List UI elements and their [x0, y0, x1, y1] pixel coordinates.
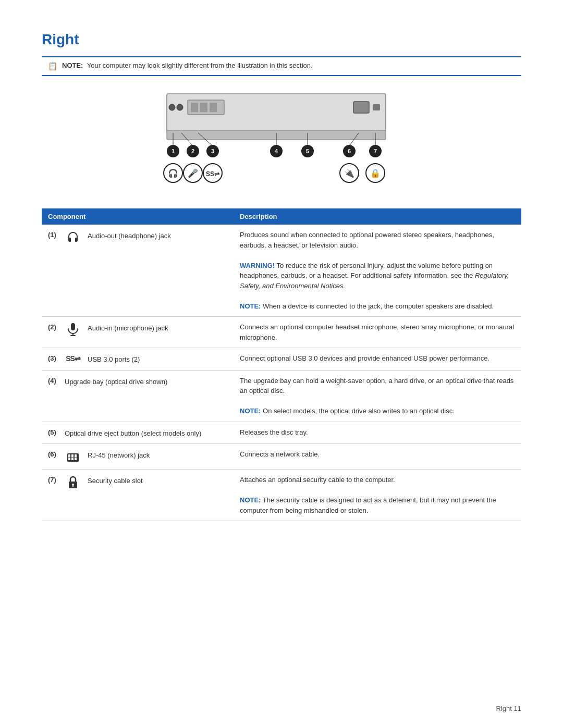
comp-num: (7) [48, 475, 58, 485]
component-cell: (3) SS⇌ USB 3.0 ports (2) [48, 353, 227, 365]
note-bell-icon: 📋 [48, 61, 58, 71]
comp-label: Audio-out (headphone) jack [88, 230, 171, 241]
usb-icon: SS⇌ [65, 353, 81, 364]
comp-num: (3) [48, 353, 58, 364]
svg-rect-42 [71, 323, 75, 330]
comp-num: (1) [48, 230, 58, 240]
page-footer: Right 11 [496, 705, 521, 712]
description-cell: Releases the disc tray. [234, 422, 521, 444]
comp-label: Upgrade bay (optical drive shown) [65, 376, 167, 387]
svg-rect-46 [68, 454, 70, 458]
table-row: (4) Upgrade bay (optical drive shown) Th… [42, 370, 521, 422]
comp-num: (6) [48, 449, 58, 460]
description-cell: Connects a network cable. [234, 444, 521, 470]
comp-label: RJ-45 (network) jack [88, 449, 150, 461]
svg-rect-8 [353, 102, 369, 113]
diagram-svg: 1 2 3 4 5 6 7 🎧 🎤 SS⇌ 🔌 🔒 [146, 89, 417, 198]
description-cell: Connect optional USB 3.0 devices and pro… [234, 348, 521, 371]
description-cell: Produces sound when connected to optiona… [234, 225, 521, 317]
table-row: (6) RJ-45 (network) ja [42, 444, 521, 470]
component-cell: (2) Audio-in (microphone) jack [48, 322, 227, 337]
svg-text:🔌: 🔌 [344, 168, 354, 178]
svg-rect-47 [71, 454, 74, 458]
svg-text:SS⇌: SS⇌ [206, 170, 219, 178]
table-row: (2) Audio-in (microphone) jack Connects … [42, 317, 521, 348]
comp-label: Security cable slot [88, 475, 143, 486]
svg-rect-51 [75, 458, 77, 460]
svg-text:🔒: 🔒 [370, 168, 381, 178]
svg-text:🎤: 🎤 [188, 168, 198, 178]
note-banner: 📋 NOTE: Your computer may look slightly … [42, 56, 521, 76]
component-cell: (1) Audio-out (headphone) jack [48, 230, 227, 244]
svg-text:5: 5 [306, 148, 309, 154]
svg-text:4: 4 [275, 148, 278, 154]
svg-rect-3 [191, 103, 198, 112]
headphone-icon [65, 230, 81, 244]
svg-rect-5 [210, 103, 217, 112]
table-row: (1) Audio-out (headphone) jack Produces … [42, 225, 521, 317]
component-cell: (6) RJ-45 (network) ja [48, 449, 227, 464]
comp-num: (2) [48, 322, 58, 332]
svg-point-7 [177, 104, 183, 110]
svg-text:1: 1 [172, 148, 175, 154]
svg-text:7: 7 [374, 148, 377, 154]
comp-num: (5) [48, 427, 58, 438]
svg-text:2: 2 [191, 148, 194, 154]
col-description-header: Description [234, 208, 521, 225]
table-row: (7) Security cable slot Attaches an opti… [42, 470, 521, 521]
svg-point-53 [72, 484, 74, 486]
svg-rect-48 [75, 454, 77, 458]
note-keyword-inline: NOTE: [240, 407, 261, 415]
microphone-icon [65, 322, 81, 337]
note-keyword-inline: NOTE: [240, 496, 261, 504]
svg-rect-4 [200, 103, 207, 112]
description-cell: The upgrade bay can hold a weight-saver … [234, 370, 521, 422]
svg-rect-49 [68, 458, 70, 460]
table-row: (5) Optical drive eject button (select m… [42, 422, 521, 444]
note-keyword: NOTE: [62, 61, 83, 69]
component-cell: (4) Upgrade bay (optical drive shown) [48, 376, 227, 387]
description-cell: Connects an optional computer headset mi… [234, 317, 521, 348]
note-text: Your computer may look slightly differen… [87, 61, 313, 69]
svg-rect-50 [71, 458, 74, 460]
component-cell: (5) Optical drive eject button (select m… [48, 427, 227, 439]
warning-label: WARNING! [240, 262, 275, 269]
comp-label: USB 3.0 ports (2) [88, 353, 140, 365]
network-icon [65, 449, 81, 464]
comp-label: Optical drive eject button (select model… [65, 427, 201, 439]
svg-text:6: 6 [348, 148, 351, 154]
lock-icon [65, 475, 81, 489]
table-row: (3) SS⇌ USB 3.0 ports (2) Connect option… [42, 348, 521, 371]
regulatory-notice-link: Regulatory, Safety, and Environmental No… [240, 272, 509, 290]
component-cell: (7) Security cable slot [48, 475, 227, 489]
svg-text:🎧: 🎧 [168, 168, 178, 178]
svg-point-6 [169, 104, 175, 110]
comp-num: (4) [48, 376, 58, 386]
note-keyword-inline: NOTE: [240, 302, 261, 310]
page-title: Right [42, 31, 521, 48]
description-cell: Attaches an optional security cable to t… [234, 470, 521, 521]
comp-label: Audio-in (microphone) jack [88, 322, 168, 334]
laptop-diagram: 1 2 3 4 5 6 7 🎧 🎤 SS⇌ 🔌 🔒 [42, 89, 521, 198]
component-table: Component Description (1) Audio-out (hea… [42, 208, 521, 521]
svg-rect-9 [373, 104, 380, 110]
svg-text:3: 3 [211, 148, 214, 154]
note-banner-text: NOTE: Your computer may look slightly di… [62, 61, 313, 69]
col-component-header: Component [42, 208, 234, 225]
